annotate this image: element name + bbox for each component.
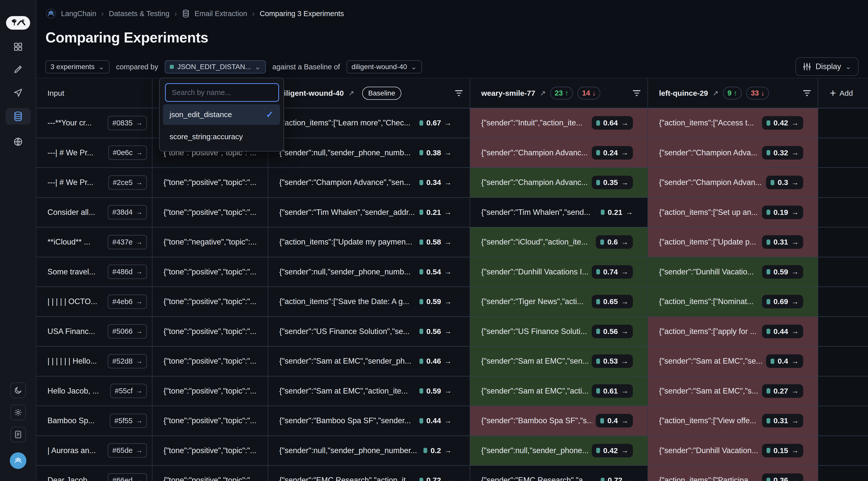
experiment-output-cell[interactable]: {"sender":"Champion Adva... 0.32 → (648, 138, 818, 168)
baseline-output-cell[interactable]: {"action_items":["Update my paymen... 0.… (268, 228, 470, 257)
baseline-output-cell[interactable]: {"sender":"US Finance Solution","se... 0… (268, 317, 470, 346)
reference-output-cell[interactable]: {"tone":"positive","topic":"... (152, 436, 268, 465)
score-link[interactable]: 0.53 → (592, 354, 633, 368)
example-id-pill[interactable]: #0835 → (108, 116, 147, 130)
score-link[interactable]: 0.31 → (762, 235, 803, 249)
user-avatar[interactable] (10, 452, 26, 469)
sidebar-item-home[interactable] (12, 41, 24, 52)
input-cell[interactable]: Dear Jacob, ... #66ed → (36, 466, 152, 481)
reference-output-cell[interactable]: {"tone":"positive","topic":"... (152, 168, 268, 197)
score-link[interactable]: 0.31 → (762, 414, 803, 427)
example-id-pill[interactable]: #66ed → (108, 473, 147, 481)
experiments-count-select[interactable]: 3 experiments ⌄ (45, 60, 110, 73)
filter-icon[interactable] (633, 90, 641, 96)
experiment-output-cell[interactable]: {"sender":"Sam at EMC","acti... 0.61 → (470, 377, 648, 406)
sidebar-item-annotate[interactable] (12, 64, 24, 75)
score-link[interactable]: 0.27 → (762, 384, 803, 398)
experiment-output-cell[interactable]: {"sender":"Intuit","action_ite... 0.64 → (470, 108, 648, 138)
baseline-output-cell[interactable]: {"sender":"Sam at EMC","sender_ph... 0.4… (268, 347, 470, 376)
score-link[interactable]: 0.38 → (420, 149, 452, 157)
baseline-output-cell[interactable]: {"sender":"Tim Whalen","sender_addr... 0… (268, 198, 470, 227)
baseline-output-cell[interactable]: {"sender":null,"sender_phone_numb... 0.5… (268, 257, 470, 287)
reference-output-cell[interactable]: {"tone":"negative","topic":... (152, 228, 268, 257)
metric-select[interactable]: JSON_EDIT_DISTAN... ⌄ (165, 60, 266, 73)
score-link[interactable]: 0.46 → (420, 357, 452, 365)
reference-output-cell[interactable]: {"tone":"positive","topic":"... (152, 317, 268, 346)
experiment-output-cell[interactable]: {"sender":"Dunhill Vacation... 0.15 → (648, 436, 818, 465)
experiment-output-cell[interactable]: {"sender":"Sam at EMC","s... 0.27 → (648, 377, 818, 406)
regressed-count-badge[interactable]: 33↓ (746, 87, 769, 99)
experiment-output-cell[interactable]: {"action_items":["Set up an... 0.19 → (648, 198, 818, 227)
score-link[interactable]: 0.4 → (766, 354, 803, 368)
experiment-output-cell[interactable]: {"action_items":["Nominat... 0.69 → (648, 287, 818, 317)
experiment-column-header[interactable]: left-quince-29 ↗ 9↑ 33↓ (648, 79, 818, 108)
example-id-pill[interactable]: #437e → (108, 235, 147, 249)
score-link[interactable]: 0.59 → (762, 265, 803, 279)
reference-output-cell[interactable]: {"tone":"positive","topic":"... (152, 257, 268, 287)
score-link[interactable]: 0.24 → (592, 146, 633, 159)
experiment-output-cell[interactable]: {"sender":"Champion Advan... 0.3 → (648, 168, 818, 197)
baseline-output-cell[interactable]: {"sender":"Bamboo Spa SF","sender... 0.4… (268, 406, 470, 435)
score-link[interactable]: 0.56 → (420, 327, 452, 336)
experiment-output-cell[interactable]: {"sender":null,"sender_phone... 0.42 → (470, 436, 648, 465)
score-link[interactable]: 0.58 → (420, 238, 452, 246)
dropdown-option-score-string-accuracy[interactable]: score_string:accuracy (163, 126, 280, 147)
experiment-output-cell[interactable]: {"sender":"Sam at EMC","se... 0.4 → (648, 347, 818, 376)
input-cell[interactable]: **iCloud** ... #437e → (36, 228, 152, 257)
add-experiment-button[interactable]: + Add (818, 79, 868, 108)
reference-output-cell[interactable]: {"tone":"positive","topic":"... (152, 377, 268, 406)
example-id-pill[interactable]: #55cf → (110, 384, 147, 398)
experiment-output-cell[interactable]: {"sender":"Dunhill Vacations I... 0.74 → (470, 257, 648, 287)
experiment-output-cell[interactable]: {"action_items":["Access t... 0.42 → (648, 108, 818, 138)
sidebar-item-hub[interactable] (12, 136, 24, 147)
langsmith-logo[interactable] (6, 16, 30, 30)
experiment-output-cell[interactable]: {"action_items":["View offe... 0.31 → (648, 406, 818, 435)
score-link[interactable]: 0.21 → (601, 208, 633, 217)
input-cell[interactable]: Hello Jacob, ... #55cf → (36, 377, 152, 406)
display-button[interactable]: Display ⌄ (796, 57, 859, 76)
input-column-header[interactable]: Input (36, 79, 152, 108)
open-experiment-icon[interactable]: ↗ (348, 89, 354, 97)
score-link[interactable]: 0.59 → (420, 297, 452, 306)
search-input[interactable] (165, 83, 279, 102)
example-id-pill[interactable]: #2ce5 → (108, 175, 147, 190)
score-link[interactable]: 0.3 → (766, 176, 803, 189)
score-link[interactable]: 0.15 → (762, 444, 803, 457)
experiment-output-cell[interactable]: {"action_items":["Update p... 0.31 → (648, 228, 818, 257)
org-avatar-icon[interactable] (46, 8, 56, 19)
input-cell[interactable]: ---| # We Pr... #0e6c → (36, 138, 152, 168)
score-link[interactable]: 0.21 → (420, 208, 452, 217)
baseline-output-cell[interactable]: {"sender":"EMC Research","action_it... 0… (268, 466, 470, 481)
reference-output-cell[interactable]: {"tone":"positive","topic":"... (152, 287, 268, 317)
experiment-output-cell[interactable]: {"sender":"Bamboo Spa SF","s... 0.4 → (470, 406, 648, 435)
filter-icon[interactable] (803, 90, 811, 96)
experiment-output-cell[interactable]: {"sender":"iCloud","action_ite... 0.6 → (470, 228, 648, 257)
input-cell[interactable]: ---| # We Pr... #2ce5 → (36, 168, 152, 197)
score-link[interactable]: 0.32 → (762, 146, 803, 159)
example-id-pill[interactable]: #52d8 → (108, 354, 147, 368)
open-experiment-icon[interactable]: ↗ (540, 89, 546, 97)
input-cell[interactable]: | | | | | | Hello... #52d8 → (36, 347, 152, 376)
breadcrumb-dataset[interactable]: Email Extraction (195, 9, 247, 18)
score-link[interactable]: 0.59 → (420, 387, 452, 395)
score-link[interactable]: 0.64 → (592, 116, 633, 130)
example-id-pill[interactable]: #486d → (108, 265, 147, 279)
score-link[interactable]: 0.56 → (592, 325, 633, 338)
experiment-output-cell[interactable]: {"sender":"Tim Whalen","send... 0.21 → (470, 198, 648, 227)
improved-count-badge[interactable]: 23↑ (550, 87, 573, 99)
score-link[interactable]: 0.67 → (420, 119, 452, 127)
example-id-pill[interactable]: #65de → (108, 443, 147, 458)
score-link[interactable]: 0.36 → (762, 474, 803, 481)
score-link[interactable]: 0.61 → (592, 384, 633, 398)
experiment-output-cell[interactable]: {"sender":"Champion Advanc... 0.24 → (470, 138, 648, 168)
sidebar-item-datasets-active[interactable] (5, 108, 31, 125)
score-link[interactable]: 0.42 → (762, 116, 803, 130)
input-cell[interactable]: Some travel... #486d → (36, 257, 152, 287)
score-link[interactable]: 0.6 → (596, 235, 633, 249)
score-link[interactable]: 0.44 → (762, 325, 803, 338)
example-id-pill[interactable]: #4eb6 → (108, 295, 147, 309)
experiment-output-cell[interactable]: {"sender":"EMC Research","a... 0.72 → (470, 466, 648, 481)
reference-output-cell[interactable]: {"tone":"positive","topic":"... (152, 406, 268, 435)
breadcrumb-org[interactable]: LangChain (61, 9, 96, 18)
sidebar-item-deployments[interactable] (12, 86, 24, 97)
